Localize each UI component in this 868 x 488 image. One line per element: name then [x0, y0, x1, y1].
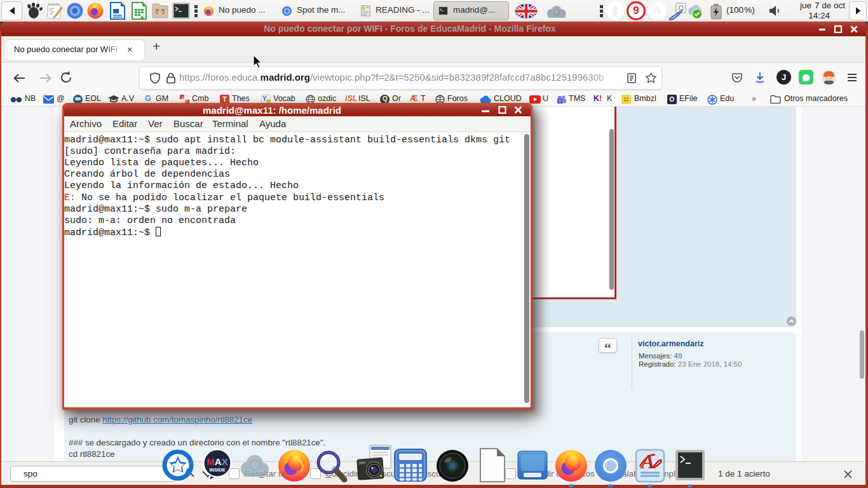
svg-text:INSIDE: INSIDE — [209, 467, 225, 473]
svg-text:A: A — [640, 450, 654, 473]
svg-text:T: T — [559, 99, 562, 104]
svg-text:MAX: MAX — [207, 456, 227, 467]
